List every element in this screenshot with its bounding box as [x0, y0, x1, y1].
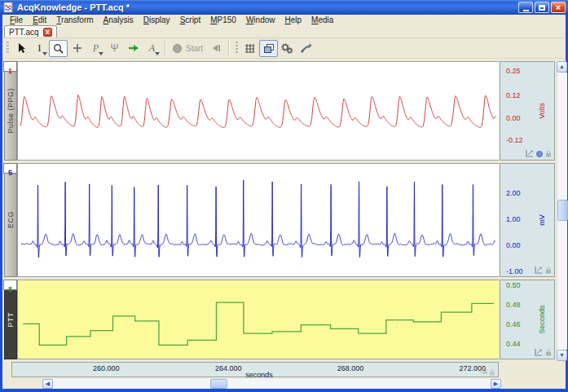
ibeam-tool-button[interactable]: I: [30, 40, 49, 57]
channel-plot[interactable]: [17, 280, 499, 359]
scale-setup-icon[interactable]: [534, 348, 543, 357]
arrow-cursor-icon: [16, 42, 26, 54]
channel-number: 8: [8, 285, 12, 293]
channel-scale-panel[interactable]: mV 2.001.000.00-1.00: [500, 163, 555, 277]
channel-number: 5: [8, 169, 12, 177]
scroll-down-button[interactable]: ▼: [557, 350, 567, 361]
y-tick-label: 0.00: [506, 114, 521, 122]
horizontal-scroll-track[interactable]: [53, 379, 491, 389]
menu-analysis[interactable]: Analysis: [99, 15, 139, 25]
rewind-button[interactable]: [206, 40, 225, 57]
waveform-trace: [18, 164, 499, 276]
select-tool-button[interactable]: [11, 40, 30, 57]
menu-script[interactable]: Script: [175, 15, 206, 25]
toolbar-separator: [228, 41, 230, 55]
text-annotation-button[interactable]: A: [143, 40, 161, 57]
autoscale-horizontal-icon[interactable]: ~A: [479, 368, 487, 376]
menu-window[interactable]: Window: [241, 15, 280, 25]
channel-unit-label: Volts: [538, 103, 546, 119]
x-tick-label: 268.000: [337, 364, 364, 372]
preferences-button[interactable]: [278, 40, 297, 57]
channel-plot[interactable]: [17, 61, 499, 161]
close-icon: ×: [556, 3, 561, 11]
menu-help[interactable]: Help: [280, 15, 307, 25]
menu-display[interactable]: Display: [139, 15, 175, 25]
crosshair-tool-button[interactable]: [68, 40, 86, 57]
channel-label-strip[interactable]: ECG: [4, 163, 17, 277]
dropdown-caret-icon: [42, 52, 47, 55]
tab-ptt-acq[interactable]: PTT.acq x: [4, 25, 57, 37]
lock-icon[interactable]: [545, 266, 552, 274]
toolbar-grip[interactable]: [7, 42, 9, 55]
tab-close-icon[interactable]: x: [43, 28, 52, 37]
channel-plot[interactable]: [17, 163, 499, 277]
app-icon: [2, 2, 14, 13]
start-button-label: Start: [186, 44, 203, 53]
y-tick-label: 0.44: [506, 340, 521, 348]
vertical-scrollbar[interactable]: ▲ ▼: [557, 61, 567, 361]
tile-windows-button[interactable]: [259, 40, 278, 57]
channel-scale-panel[interactable]: Seconds 0.500.480.460.44: [500, 280, 555, 359]
crosshair-icon: [73, 43, 82, 53]
close-button[interactable]: ×: [551, 2, 566, 13]
y-tick-label: 2.00: [506, 189, 521, 197]
zoom-tool-button[interactable]: [49, 40, 68, 57]
lock-icon[interactable]: [489, 368, 495, 376]
horizontal-scroll-thumb[interactable]: [210, 379, 227, 389]
vertical-scroll-thumb[interactable]: [557, 200, 568, 221]
channel-unit-label: Seconds: [538, 305, 546, 333]
x-axis-unit-label: seconds: [245, 371, 273, 379]
y-tick-label: -0.12: [506, 136, 523, 144]
channel-number: 1: [8, 67, 12, 75]
dropdown-caret-icon: [99, 52, 103, 55]
event-marker-icon: Ψ: [110, 42, 118, 54]
y-tick-label: 0.48: [506, 301, 521, 309]
app-window: AcqKnowledge - PTT.acq * × FileEditTrans…: [0, 0, 568, 392]
autoscale-dot-icon[interactable]: [536, 151, 543, 157]
lock-icon[interactable]: [545, 150, 552, 157]
magnifier-icon: [53, 43, 64, 54]
channel-scale-panel[interactable]: Volts 0.250.120.00-0.12: [500, 61, 555, 161]
channel-number-box[interactable]: 5: [3, 163, 17, 174]
grid-icon: [244, 43, 255, 54]
scale-setup-icon[interactable]: [525, 149, 534, 158]
channel-number-box[interactable]: 8: [3, 280, 17, 290]
channel-label-strip[interactable]: Pulse (PPG): [4, 61, 17, 161]
scroll-left-button[interactable]: ◀: [42, 379, 53, 389]
scroll-up-button[interactable]: ▲: [557, 61, 567, 73]
polygon-tool-button[interactable]: P: [86, 40, 105, 57]
title-bar[interactable]: AcqKnowledge - PTT.acq * ×: [0, 0, 568, 15]
tools-button[interactable]: [297, 40, 315, 57]
horizontal-scale-icons[interactable]: ~A: [479, 368, 495, 376]
menu-mp150[interactable]: MP150: [205, 15, 241, 25]
arrow-annotation-button[interactable]: [124, 40, 143, 57]
vertical-scroll-track[interactable]: [557, 73, 567, 350]
channel-label: PTT: [7, 312, 15, 328]
channel-label: ECG: [7, 211, 15, 228]
event-tool-button[interactable]: Ψ: [105, 40, 124, 57]
start-button[interactable]: Start: [170, 40, 206, 57]
scroll-right-button[interactable]: ▶: [491, 379, 501, 389]
x-tick-label: 260.000: [93, 364, 120, 372]
menu-transform[interactable]: Transform: [51, 15, 98, 25]
lock-icon[interactable]: [545, 349, 552, 356]
y-tick-label: 0.46: [506, 320, 521, 328]
maximize-icon: [539, 5, 545, 11]
y-tick-label: 0.25: [506, 67, 521, 75]
rewind-icon: [210, 44, 221, 52]
scale-setup-icon[interactable]: [534, 266, 543, 275]
y-tick-label: 1.00: [506, 215, 521, 223]
y-tick-label: 0.50: [506, 281, 521, 289]
x-axis[interactable]: 260.000264.000268.000272.000seconds~A: [11, 362, 499, 377]
grid-button[interactable]: [240, 40, 259, 57]
y-tick-label: 0.00: [506, 241, 521, 249]
tile-windows-icon: [263, 43, 275, 54]
menu-media[interactable]: Media: [306, 15, 338, 25]
maximize-button[interactable]: [535, 2, 549, 13]
minimize-button[interactable]: [518, 2, 533, 13]
menu-edit[interactable]: Edit: [28, 15, 51, 25]
menu-file[interactable]: File: [5, 15, 28, 25]
channel-number-box[interactable]: 1: [3, 61, 17, 72]
horizontal-scrollbar[interactable]: ◀ ▶: [42, 379, 501, 389]
toolbar-grip[interactable]: [236, 42, 238, 55]
